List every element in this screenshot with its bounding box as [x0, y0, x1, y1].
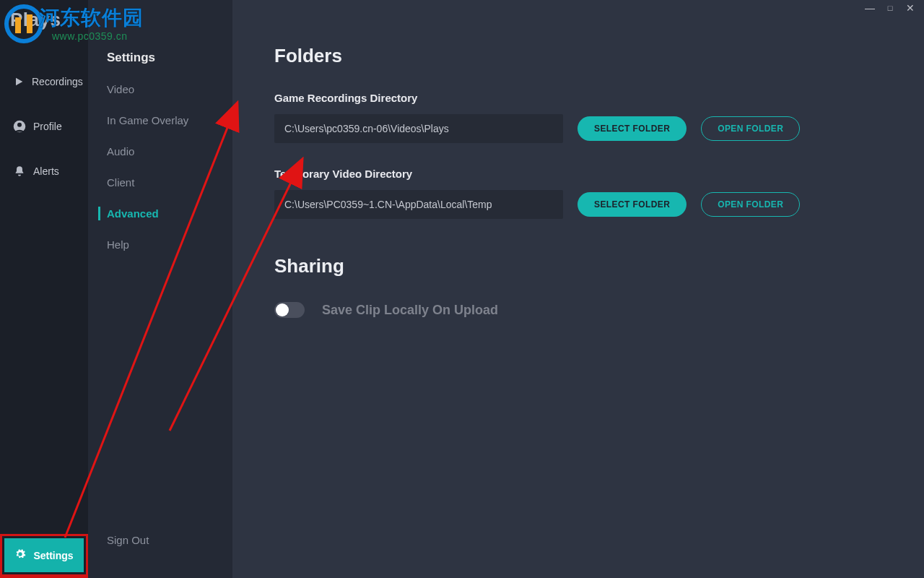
- watermark-site-url: www.pc0359.cn: [52, 30, 128, 42]
- primary-nav: Plays Recordings Profile Alerts Settings: [0, 0, 88, 578]
- bell-icon: [13, 165, 26, 178]
- settings-content: Folders Game Recordings Directory C:\Use…: [232, 0, 924, 578]
- game-dir-label: Game Recordings Directory: [274, 92, 882, 104]
- game-dir-path[interactable]: C:\Users\pc0359.cn-06\Videos\Plays: [274, 114, 563, 143]
- nav-settings[interactable]: Settings: [4, 538, 84, 572]
- select-folder-button-2[interactable]: SELECT FOLDER: [578, 192, 687, 217]
- annotation-highlight-settings: Settings: [0, 534, 88, 578]
- settings-tab-client[interactable]: Client: [88, 167, 232, 198]
- nav-recordings[interactable]: Recordings: [0, 66, 88, 97]
- temp-video-directory-block: Temporary Video Directory C:\Users\PC035…: [274, 168, 882, 219]
- window-maximize-button[interactable]: □: [884, 4, 897, 12]
- profile-icon: [13, 120, 26, 133]
- open-folder-button[interactable]: OPEN FOLDER: [701, 116, 800, 141]
- sharing-heading: Sharing: [274, 255, 882, 277]
- temp-dir-path[interactable]: C:\Users\PC0359~1.CN-\AppData\Local\Temp: [274, 190, 563, 219]
- nav-profile-label: Profile: [33, 121, 62, 132]
- settings-tab-video[interactable]: Video: [88, 74, 232, 105]
- window-close-button[interactable]: ✕: [904, 2, 917, 14]
- settings-tab-overlay[interactable]: In Game Overlay: [88, 105, 232, 136]
- settings-heading: Settings: [88, 51, 232, 74]
- settings-tab-advanced[interactable]: Advanced: [88, 198, 232, 229]
- svg-point-4: [17, 123, 22, 127]
- nav-recordings-label: Recordings: [32, 76, 83, 87]
- settings-tab-help[interactable]: Help: [88, 229, 232, 260]
- select-folder-button[interactable]: SELECT FOLDER: [578, 116, 687, 141]
- svg-rect-1: [15, 17, 21, 33]
- settings-sidebar: Settings Video In Game Overlay Audio Cli…: [88, 0, 232, 578]
- svg-rect-2: [27, 14, 32, 33]
- nav-alerts-label: Alerts: [33, 165, 59, 177]
- folders-heading: Folders: [274, 45, 882, 67]
- svg-point-0: [6, 7, 41, 41]
- settings-tab-audio[interactable]: Audio: [88, 136, 232, 167]
- save-clip-label: Save Clip Locally On Upload: [322, 303, 498, 318]
- play-icon: [13, 75, 25, 88]
- window-minimize-button[interactable]: —: [863, 2, 876, 14]
- watermark-logo: [4, 4, 43, 43]
- window-controls: — □ ✕: [863, 0, 924, 16]
- sign-out-button[interactable]: Sign Out: [88, 524, 232, 556]
- temp-dir-label: Temporary Video Directory: [274, 168, 882, 180]
- save-clip-toggle[interactable]: [274, 302, 305, 318]
- open-folder-button-2[interactable]: OPEN FOLDER: [701, 192, 800, 217]
- nav-profile[interactable]: Profile: [0, 111, 88, 142]
- nav-alerts[interactable]: Alerts: [0, 156, 88, 186]
- game-recordings-directory-block: Game Recordings Directory C:\Users\pc035…: [274, 92, 882, 143]
- watermark-site-name: 河东软件园: [39, 4, 144, 32]
- gear-icon: [14, 548, 26, 562]
- nav-settings-label: Settings: [33, 550, 73, 561]
